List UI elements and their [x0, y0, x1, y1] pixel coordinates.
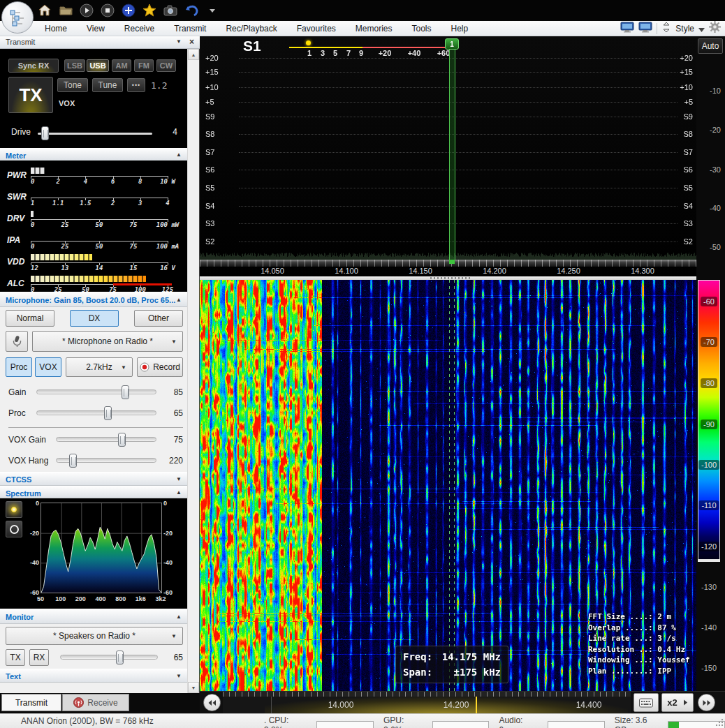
panel-close-icon[interactable]: ×: [189, 37, 194, 47]
favourites-star-icon[interactable]: [141, 2, 158, 19]
waterfall-scale-label[interactable]: -120: [698, 542, 719, 551]
panadapter[interactable]: S1 13579+20+40+60 +20+20+15+15+10+10+5+5…: [200, 36, 696, 276]
menu-item-transmit[interactable]: Transmit: [164, 22, 216, 36]
zoom-button[interactable]: x2: [661, 693, 694, 712]
waterfall-scale-label[interactable]: -90: [701, 419, 717, 429]
proc-button[interactable]: Proc: [6, 357, 32, 377]
keyboard-entry-button[interactable]: [634, 693, 659, 712]
meter-collapse-icon[interactable]: ▲: [176, 151, 182, 158]
microphone-section-header[interactable]: Microphone: Gain 85, Boost 20.0 dB, Proc…: [0, 292, 187, 307]
waterfall-scale-label[interactable]: -60: [701, 297, 717, 306]
drive-slider-track[interactable]: [38, 133, 152, 135]
camera-icon[interactable]: [162, 2, 179, 19]
profile-button-dx[interactable]: DX: [70, 310, 119, 327]
profile-button-other[interactable]: Other: [134, 310, 183, 327]
style-menu[interactable]: Style: [675, 24, 694, 34]
ctcss-section-header[interactable]: CTCSS ▼: [0, 472, 187, 486]
monitor-section-header[interactable]: Monitor ▲: [0, 609, 187, 624]
menu-item-rec-playback[interactable]: Rec/Playback: [216, 22, 286, 36]
mode-button-usb[interactable]: USB: [87, 59, 109, 72]
microphone-collapse-icon[interactable]: ▲: [176, 297, 182, 303]
waterfall-scale-label[interactable]: -110: [698, 500, 719, 510]
meter-section-header[interactable]: Meter ▲: [0, 148, 187, 161]
expand-collapse-icon[interactable]: [661, 22, 671, 36]
monitor-volume-thumb[interactable]: [116, 651, 124, 664]
spectrum-toggle-on-button[interactable]: [6, 501, 22, 518]
mic-icon-button[interactable]: [6, 331, 28, 352]
app-logo[interactable]: [1, 1, 34, 34]
monitor-collapse-icon[interactable]: ▲: [176, 614, 182, 620]
waterfall-scale-label[interactable]: -70: [701, 337, 717, 347]
text-collapse-icon[interactable]: ▼: [176, 673, 182, 679]
slider-track-0[interactable]: [36, 389, 156, 394]
slider-track-1[interactable]: [36, 410, 156, 415]
tx-button[interactable]: TX: [8, 77, 53, 113]
bandwidth-select[interactable]: 2.7kHz ▼: [66, 357, 133, 377]
slider-thumb-3[interactable]: [69, 454, 77, 468]
frequency-ruler[interactable]: [200, 260, 696, 267]
menu-item-favourites[interactable]: Favourites: [287, 22, 346, 36]
stop-icon[interactable]: [99, 2, 116, 19]
tone-button[interactable]: Tone: [57, 78, 88, 92]
spectrum-section-header[interactable]: Spectrum ▲: [0, 486, 187, 498]
band-right-button[interactable]: [698, 694, 715, 711]
transmit-panel-titlebar[interactable]: Transmit ▼ ×: [0, 36, 200, 49]
splitter-handle-icon[interactable]: [430, 277, 472, 279]
mic-input-select[interactable]: * Microphone on Radio * ▼: [32, 331, 183, 352]
drive-slider-thumb[interactable]: [41, 126, 49, 140]
play-icon[interactable]: [78, 2, 95, 19]
waterfall-scale-label[interactable]: -100: [698, 460, 719, 470]
menu-item-memories[interactable]: Memories: [346, 22, 402, 36]
spectrum-toggle-off-button[interactable]: [6, 521, 22, 537]
panel-scrollbar[interactable]: ▲ ▼: [187, 49, 199, 693]
rx-cursor-tag[interactable]: 1: [445, 38, 459, 50]
text-section-header[interactable]: Text ▼: [0, 669, 187, 683]
slider-thumb-0[interactable]: [122, 385, 129, 399]
display2-icon[interactable]: [638, 22, 652, 36]
spectrum-scale-label: -30: [710, 165, 721, 174]
slider-thumb-1[interactable]: [104, 406, 112, 420]
band-overview[interactable]: 14.00014.20014.400: [223, 692, 631, 714]
panel-collapse-icon[interactable]: ▼: [176, 38, 182, 45]
profile-button-normal[interactable]: Normal: [6, 310, 54, 327]
mode-button-am[interactable]: AM: [112, 59, 131, 72]
more-options-button[interactable]: •••: [127, 78, 145, 92]
band-left-button[interactable]: [203, 694, 221, 711]
settings-gear-icon[interactable]: [709, 21, 721, 36]
monitor-tx-button[interactable]: TX: [6, 649, 25, 666]
mode-button-cw[interactable]: CW: [156, 59, 176, 72]
monitor-volume-track[interactable]: [60, 655, 158, 660]
menu-item-home[interactable]: Home: [35, 22, 77, 36]
open-folder-icon[interactable]: [57, 2, 74, 19]
record-button[interactable]: Record: [137, 357, 183, 377]
tune-button[interactable]: Tune: [92, 78, 123, 92]
tab-receive[interactable]: Receive: [62, 694, 129, 711]
scrollbar-down-icon[interactable]: ▼: [188, 682, 199, 693]
rx-filter-cursor[interactable]: [449, 46, 455, 260]
menu-item-view[interactable]: View: [77, 22, 115, 36]
menu-item-tools[interactable]: Tools: [402, 22, 441, 36]
mode-button-fm[interactable]: FM: [134, 59, 154, 72]
monitor-rx-button[interactable]: RX: [29, 649, 49, 666]
speaker-output-select[interactable]: * Speakers on Radio * ▼: [6, 627, 183, 645]
mode-button-lsb[interactable]: LSB: [64, 59, 85, 72]
sync-rx-button[interactable]: Sync RX: [8, 59, 59, 73]
add-icon[interactable]: [120, 2, 137, 19]
home-icon[interactable]: [36, 2, 53, 19]
waterfall-scale-label[interactable]: -80: [701, 378, 717, 388]
spectrum-collapse-icon[interactable]: ▲: [176, 489, 182, 496]
slider-track-2[interactable]: [56, 437, 156, 442]
toolbar-dropdown-icon[interactable]: [204, 2, 221, 19]
scrollbar-up-icon[interactable]: ▲: [188, 49, 199, 60]
display1-icon[interactable]: [620, 22, 634, 36]
slider-thumb-2[interactable]: [118, 433, 126, 447]
auto-scale-button[interactable]: Auto: [698, 38, 723, 54]
menu-item-help[interactable]: Help: [441, 22, 478, 36]
vox-button[interactable]: VOX: [35, 357, 61, 377]
resize-grip-icon[interactable]: [715, 718, 724, 727]
tab-transmit[interactable]: Transmit: [1, 694, 61, 711]
ctcss-collapse-icon[interactable]: ▼: [176, 476, 182, 482]
undo-icon[interactable]: [183, 2, 200, 19]
menu-item-receive[interactable]: Receive: [115, 22, 164, 36]
style-dropdown-icon[interactable]: [698, 22, 705, 35]
